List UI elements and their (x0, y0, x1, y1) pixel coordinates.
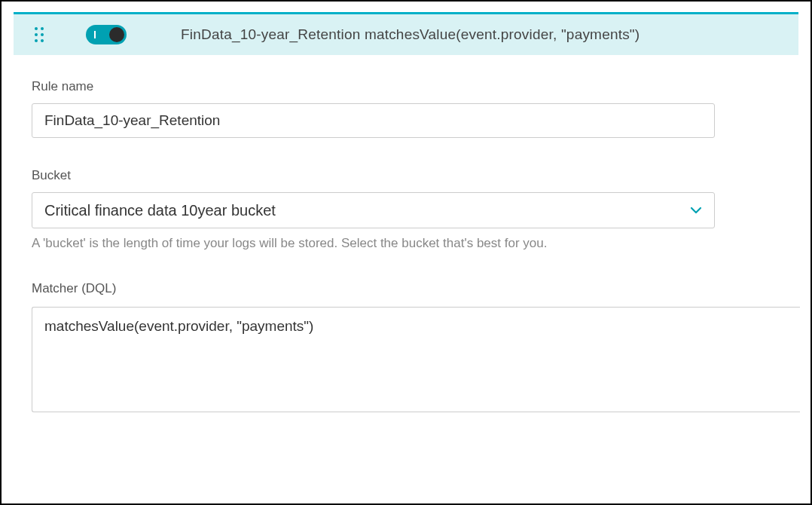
matcher-textarea[interactable] (32, 307, 800, 412)
rule-name-label: Rule name (32, 79, 780, 94)
bucket-help-text: A 'bucket' is the length of time your lo… (32, 236, 780, 251)
rule-name-field-group: Rule name (32, 79, 780, 138)
bucket-select[interactable]: Critical finance data 10year bucket (32, 192, 715, 228)
matcher-label: Matcher (DQL) (32, 281, 780, 296)
rule-enabled-toggle[interactable] (86, 25, 127, 44)
bucket-selected-value: Critical finance data 10year bucket (44, 202, 276, 219)
chevron-down-icon (690, 204, 702, 216)
bucket-label: Bucket (32, 168, 780, 183)
drag-handle-icon[interactable] (35, 27, 44, 42)
rule-header-bar: FinData_10-year_Retention matchesValue(e… (14, 14, 798, 55)
rule-name-input[interactable] (32, 103, 715, 138)
rule-form: Rule name Bucket Critical finance data 1… (2, 55, 810, 415)
rule-summary-title: FinData_10-year_Retention matchesValue(e… (181, 26, 640, 43)
bucket-field-group: Bucket Critical finance data 10year buck… (32, 168, 780, 251)
matcher-field-group: Matcher (DQL) (32, 281, 780, 415)
